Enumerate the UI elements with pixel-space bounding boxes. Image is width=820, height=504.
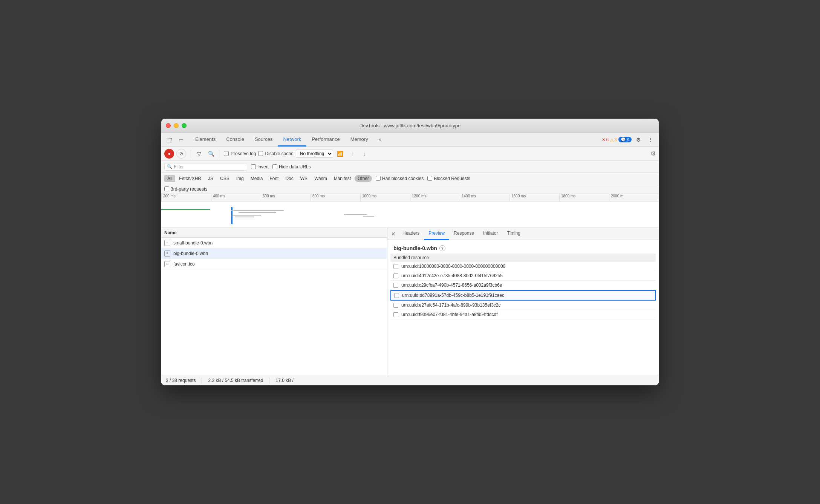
settings-icon[interactable]: ⚙	[633, 134, 644, 145]
filter-icon[interactable]: ▽	[194, 149, 204, 159]
preserve-log-label[interactable]: Preserve log	[224, 151, 256, 156]
resource-item-3[interactable]: urn:uuid:dd78991a-57db-459c-b8b5-1e191f9…	[390, 290, 656, 301]
invert-checkbox[interactable]	[251, 164, 256, 169]
title-bar: DevTools - www.jefftk.com/test/wbn9/prot…	[161, 119, 659, 133]
tick-1800: 1800 ms	[559, 194, 609, 201]
timeline-green-bar	[161, 209, 210, 210]
type-other-button[interactable]: Other	[355, 175, 372, 182]
type-font-button[interactable]: Font	[266, 175, 281, 182]
more-icon[interactable]: ⋮	[645, 134, 656, 145]
preserve-log-checkbox[interactable]	[224, 151, 229, 156]
timeline-canvas[interactable]	[161, 202, 659, 228]
has-blocked-cookies-checkbox[interactable]	[376, 176, 381, 181]
close-button[interactable]	[166, 123, 171, 128]
resource-item-4[interactable]: urn:uuid:e27afc54-171b-4afc-899b-93b135e…	[390, 301, 656, 310]
tab-console[interactable]: Console	[221, 133, 249, 147]
file-item-favicon[interactable]: □ favicon.ico	[161, 259, 387, 269]
tick-1000: 1000 ms	[360, 194, 410, 201]
third-party-label[interactable]: 3rd-party requests	[164, 186, 207, 192]
help-icon[interactable]: ?	[439, 245, 445, 251]
type-ws-button[interactable]: WS	[297, 175, 311, 182]
file-item-big-bundle[interactable]: ≡ big-bundle-0.wbn	[161, 248, 387, 259]
preview-tab-timing[interactable]: Timing	[502, 228, 525, 240]
resource-checkbox-4[interactable]	[393, 303, 398, 308]
device-icon[interactable]: ▭	[176, 134, 186, 145]
minimize-button[interactable]	[174, 123, 179, 128]
resource-checkbox-5[interactable]	[393, 312, 398, 317]
resource-checkbox-1[interactable]	[393, 273, 398, 278]
status-divider-1	[202, 377, 202, 383]
warning-badge[interactable]: △ 3	[610, 137, 617, 142]
resource-item-2[interactable]: urn:uuid:c29cfba7-490b-4571-8656-a002a9f…	[390, 281, 656, 290]
file-list: ≡ small-bundle-0.wbn ≡ big-bundle-0.wbn …	[161, 238, 387, 375]
resource-checkbox-3[interactable]	[394, 293, 399, 298]
tick-600: 600 ms	[261, 194, 311, 201]
preview-content: big-bundle-0.wbn ? Bundled resource urn:…	[387, 240, 659, 375]
resource-checkbox-2[interactable]	[393, 283, 398, 288]
resource-item-5[interactable]: urn:uuid:f9396e07-f081-4bfe-94a1-a8f954f…	[390, 310, 656, 319]
window-title: DevTools - www.jefftk.com/test/wbn9/prot…	[360, 123, 461, 128]
devtools-window: DevTools - www.jefftk.com/test/wbn9/prot…	[161, 119, 659, 385]
timeline-area[interactable]: 200 ms 400 ms 600 ms 800 ms 1000 ms 1200…	[161, 194, 659, 228]
search-icon[interactable]: 🔍	[206, 149, 216, 159]
type-img-button[interactable]: Img	[233, 175, 247, 182]
third-party-checkbox[interactable]	[164, 186, 169, 191]
preview-tab-preview[interactable]: Preview	[424, 228, 449, 240]
filter-input[interactable]	[174, 164, 245, 170]
blocked-requests-checkbox[interactable]	[427, 176, 432, 181]
error-badge[interactable]: ✕ 6	[602, 137, 609, 142]
type-wasm-button[interactable]: Wasm	[311, 175, 330, 182]
type-media-button[interactable]: Media	[248, 175, 266, 182]
hide-data-urls-label[interactable]: Hide data URLs	[272, 164, 311, 170]
disable-cache-checkbox[interactable]	[258, 151, 263, 156]
record-button[interactable]: ●	[164, 149, 174, 159]
tick-2000: 2000 m	[609, 194, 659, 201]
tick-400: 400 ms	[211, 194, 261, 201]
filter-icon-small: 🔍	[167, 164, 172, 169]
type-manifest-button[interactable]: Manifest	[331, 175, 354, 182]
tab-more[interactable]: »	[373, 133, 387, 147]
preview-tab-headers[interactable]: Headers	[398, 228, 424, 240]
network-toolbar: ● ⊘ ▽ 🔍 Preserve log Disable cache No th…	[161, 147, 659, 161]
tab-network[interactable]: Network	[278, 133, 307, 147]
type-doc-button[interactable]: Doc	[282, 175, 296, 182]
download-icon[interactable]: ↓	[360, 149, 369, 159]
tick-800: 800 ms	[311, 194, 360, 201]
resource-checkbox-0[interactable]	[393, 264, 398, 269]
message-badge[interactable]: 💬 9	[618, 137, 632, 142]
cursor-icon[interactable]: ⬚	[164, 134, 175, 145]
status-bar: 3 / 38 requests 2.3 kB / 54.5 kB transfe…	[161, 375, 659, 385]
resource-item-1[interactable]: urn:uuid:4d12c42e-e735-4088-8bd2-0f415f7…	[390, 271, 656, 281]
tab-elements[interactable]: Elements	[190, 133, 221, 147]
preview-tab-response[interactable]: Response	[449, 228, 479, 240]
type-js-button[interactable]: JS	[205, 175, 216, 182]
disable-cache-label[interactable]: Disable cache	[258, 151, 293, 156]
upload-icon[interactable]: ↑	[347, 149, 357, 159]
type-filter-bar: All Fetch/XHR JS CSS Img Media Font Doc …	[161, 173, 659, 184]
network-settings-icon[interactable]: ⚙	[650, 150, 656, 157]
dt-right-icons: ✕ 6 △ 3 💬 9 ⚙ ⋮	[602, 134, 656, 145]
clear-button[interactable]: ⊘	[176, 149, 186, 159]
file-item-small-bundle[interactable]: ≡ small-bundle-0.wbn	[161, 238, 387, 248]
preview-close-button[interactable]: ✕	[389, 229, 398, 238]
preview-tab-initiator[interactable]: Initiator	[479, 228, 502, 240]
traffic-lights	[166, 123, 187, 128]
invert-label[interactable]: Invert	[251, 164, 269, 170]
resource-item-0[interactable]: urn:uuid:10000000-0000-0000-0000-0000000…	[390, 262, 656, 271]
type-all-button[interactable]: All	[164, 175, 175, 182]
bundled-resource-header: Bundled resource	[390, 254, 656, 262]
type-css-button[interactable]: CSS	[217, 175, 233, 182]
maximize-button[interactable]	[182, 123, 187, 128]
resource-size: 17.0 kB /	[275, 378, 293, 383]
tab-memory[interactable]: Memory	[345, 133, 373, 147]
blocked-requests-label[interactable]: Blocked Requests	[427, 176, 470, 181]
file-list-pane: Name ≡ small-bundle-0.wbn ≡ big-bundle-0…	[161, 228, 387, 375]
throttling-select[interactable]: No throttling	[296, 150, 333, 158]
has-blocked-cookies-label[interactable]: Has blocked cookies	[376, 176, 424, 181]
hide-data-urls-checkbox[interactable]	[272, 164, 277, 169]
filter-bar: 🔍 Invert Hide data URLs	[161, 161, 659, 173]
tab-performance[interactable]: Performance	[306, 133, 345, 147]
wifi-icon[interactable]: 📶	[335, 149, 345, 159]
tab-sources[interactable]: Sources	[249, 133, 278, 147]
type-fetch-xhr-button[interactable]: Fetch/XHR	[176, 175, 204, 182]
